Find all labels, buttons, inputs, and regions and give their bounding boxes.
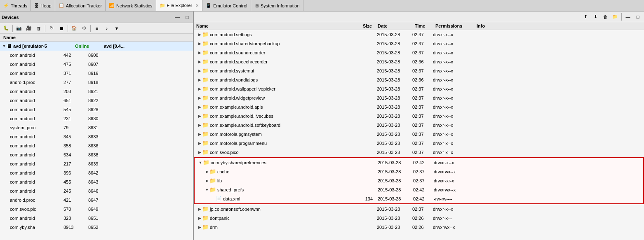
expand-arrow[interactable]: ▶ [197, 150, 202, 154]
list-item[interactable]: com.android 442 8600 [0, 51, 193, 60]
list-item[interactable]: com.android 475 8607 [0, 60, 193, 69]
list-item[interactable]: ▶ 📁 com.svox.pico 2015-03-28 02:37 drwxr… [194, 148, 644, 157]
expand-arrow[interactable]: ▶ [197, 225, 202, 229]
list-item[interactable]: android.proc 277 8618 [0, 78, 193, 87]
push-file-button[interactable]: ⬆ [581, 12, 590, 21]
list-item[interactable]: com.android 345 8633 [0, 132, 193, 141]
delete-button[interactable]: 🗑 [34, 24, 43, 33]
debug-button[interactable]: 🐛 [2, 24, 11, 33]
file-perms: drwxr-x--x [433, 68, 470, 73]
highlighted-list-item[interactable]: ▶ 📁 cache 2015-03-28 02:37 drwxrwx--x [195, 167, 643, 176]
stop-button[interactable]: ⏹ [57, 24, 66, 33]
expand-arrow[interactable]: ▶ [197, 69, 202, 73]
expand-arrow[interactable]: ▶ [197, 141, 202, 145]
expand-arrow[interactable]: ▼ [204, 188, 209, 192]
list-item[interactable]: com.android 217 8639 [0, 159, 193, 168]
list-item[interactable]: ▶ 📁 drm 2015-03-28 02:26 drwxrwx--x [194, 223, 644, 232]
list-item[interactable]: com.android 245 8646 [0, 186, 193, 196]
expand-arrow[interactable]: ▶ [197, 114, 202, 118]
expand-arrow[interactable]: ▶ [197, 60, 202, 64]
list-item[interactable]: ▶ 📁 com.motorola.pgmsystem 2015-03-28 02… [194, 130, 644, 139]
expand-arrow[interactable]: ▼ [198, 161, 203, 165]
arrow-button[interactable]: › [102, 24, 111, 33]
highlighted-list-item[interactable]: ▶ 📄 data.xml 134 2015-03-28 02:42 -rw-rw… [195, 194, 643, 203]
list-item[interactable]: ▶ 📁 com.example.android.softkeyboard 201… [194, 121, 644, 130]
devices-toolbar: 🐛 📷 🎥 🗑 ↻ ⏹ 🏠 ⚙ ≡ › ▼ [0, 23, 193, 34]
screenshot-button[interactable]: 📷 [14, 24, 24, 33]
tab-network[interactable]: 📶 Network Statistics [106, 0, 156, 11]
home-button[interactable]: 🏠 [70, 24, 79, 33]
folder-icon: 📁 [202, 58, 209, 65]
maximize-panel-button[interactable]: □ [633, 12, 642, 21]
file-perms: drwxr-x--x [433, 41, 470, 46]
list-item[interactable]: ▶ 📁 com.example.android.apis 2015-03-28 … [194, 103, 644, 112]
expand-arrow[interactable]: ▶ [197, 42, 202, 46]
expand-arrow[interactable]: ▶ [197, 123, 202, 127]
list-item[interactable]: ▶ 📁 dontpanic 2015-03-28 02:26 drwxr-x--… [194, 214, 644, 223]
minimize-panel-button[interactable]: — [623, 12, 632, 21]
list-item[interactable]: ▶ 📁 com.android.settings 2015-03-28 02:3… [194, 30, 644, 39]
pull-file-button[interactable]: ⬇ [591, 12, 600, 21]
list-item[interactable]: android.proc 421 8647 [0, 196, 193, 205]
list-item[interactable]: ▶ 📁 com.android.sharedstoragebackup 2015… [194, 39, 644, 48]
list-item[interactable]: ▶ 📁 com.example.android.livecubes 2015-0… [194, 112, 644, 121]
list-item[interactable]: com.android 396 8642 [0, 168, 193, 177]
tab-file-explorer[interactable]: 📁 File Explorer ✕ [156, 0, 203, 11]
list-item[interactable]: ▶ 📁 com.motorola.programmenu 2015-03-28 … [194, 139, 644, 148]
sync-button[interactable]: ↻ [47, 24, 56, 33]
list-item[interactable]: ▶ 📁 com.android.systemui 2015-03-28 02:3… [194, 66, 644, 75]
list-item[interactable]: ▶ 📁 com.android.soundrecorder 2015-03-28… [194, 48, 644, 57]
expand-arrow[interactable]: ▶ [197, 105, 202, 109]
list-item[interactable]: system_proc 79 8631 [0, 123, 193, 132]
file-name-cell: ▶ 📁 dontpanic [194, 215, 350, 221]
list-item[interactable]: com.svox.pic 570 8649 [0, 205, 193, 214]
tab-emulator[interactable]: 📱 Emulator Control [202, 0, 251, 11]
expand-arrow[interactable]: ▶ [197, 78, 202, 82]
tab-threads[interactable]: ⚡ Threads [0, 0, 31, 11]
list-item[interactable]: ▶ 📁 com.android.vpndialogs 2015-03-28 02… [194, 75, 644, 84]
minimize-button[interactable]: — [173, 13, 181, 21]
highlighted-list-item[interactable]: ▼ 📁 com.yby.sharedpreferences 2015-03-28… [195, 158, 643, 167]
list-item[interactable]: com.android 534 8638 [0, 150, 193, 159]
highlighted-list-item[interactable]: ▶ 📁 lib 2015-03-28 02:37 drwxr-xr-x [195, 176, 643, 185]
list-item[interactable]: com.android 328 8651 [0, 214, 193, 223]
tab-sysinfo[interactable]: 🖥 System Information [251, 0, 303, 11]
more-button[interactable]: ≡ [92, 24, 101, 33]
dropdown-button[interactable]: ▼ [112, 24, 121, 33]
list-item[interactable]: com.android 371 8616 [0, 69, 193, 78]
expand-arrow[interactable]: ▶ [204, 179, 209, 183]
create-folder-button[interactable]: 📁 [611, 12, 620, 21]
avd-row[interactable]: ▼ 🖥 avd [emulator-5 Online avd [0.4... [0, 42, 193, 51]
tab-heap[interactable]: 🗄 Heap [31, 0, 55, 11]
list-item[interactable]: com.android 358 8636 [0, 141, 193, 150]
list-item[interactable]: ▶ 📁 com.android.widgetpreview 2015-03-28… [194, 93, 644, 103]
expand-arrow[interactable]: ▶ [197, 207, 202, 211]
avd-expand-arrow[interactable]: ▼ [2, 44, 7, 48]
maximize-button[interactable]: □ [183, 13, 191, 21]
list-item[interactable]: com.android 651 8622 [0, 96, 193, 105]
list-item[interactable]: com.android 231 8630 [0, 114, 193, 123]
list-item[interactable]: ▶ 📁 com.android.wallpaper.livepicker 201… [194, 84, 644, 93]
device-list[interactable]: ▼ 🖥 avd [emulator-5 Online avd [0.4... c… [0, 42, 193, 240]
list-item[interactable]: ▶ 📁 com.android.speechrecorder 2015-03-2… [194, 57, 644, 66]
list-item[interactable]: com.yby.sha 8913 8652 [0, 223, 193, 232]
expand-arrow[interactable]: ▶ [197, 132, 202, 136]
list-item[interactable]: com.android 203 8621 [0, 87, 193, 96]
expand-arrow[interactable]: ▶ [197, 33, 202, 37]
list-item[interactable]: com.android 545 8628 [0, 105, 193, 114]
delete-file-button[interactable]: 🗑 [601, 12, 610, 21]
list-item[interactable]: com.android 455 8643 [0, 177, 193, 186]
expand-arrow[interactable]: ▶ [197, 87, 202, 91]
list-item[interactable]: ▶ 📁 jp.co.omronsoft.openwnn 2015-03-28 0… [194, 205, 644, 214]
highlighted-list-item[interactable]: ▼ 📁 shared_prefs 2015-03-28 02:42 drwxrw… [195, 185, 643, 194]
expand-arrow[interactable]: ▶ [204, 170, 209, 174]
tab-allocation[interactable]: 📋 Allocation Tracker [55, 0, 106, 11]
screen-record-button[interactable]: 🎥 [24, 24, 33, 33]
expand-arrow[interactable]: ▶ [197, 96, 202, 100]
file-name-cell: ▼ 📁 shared_prefs [195, 186, 351, 193]
tab-file-explorer-close[interactable]: ✕ [195, 3, 199, 8]
expand-arrow[interactable]: ▶ [197, 216, 202, 220]
expand-arrow[interactable]: ▶ [197, 51, 202, 55]
settings-button[interactable]: ⚙ [80, 24, 89, 33]
file-list[interactable]: ▶ 📁 com.android.settings 2015-03-28 02:3… [194, 30, 644, 240]
